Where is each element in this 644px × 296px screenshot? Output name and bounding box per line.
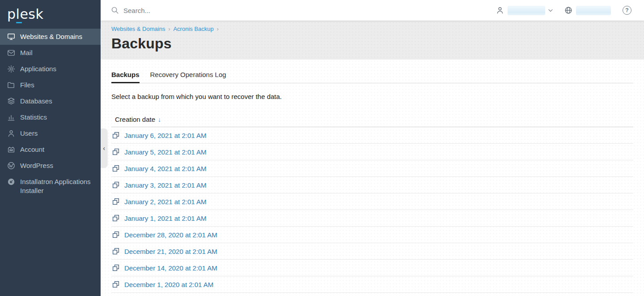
backup-link[interactable]: January 5, 2021 at 2:01 AM (124, 148, 206, 156)
backup-link[interactable]: January 6, 2021 at 2:01 AM (124, 132, 206, 139)
breadcrumb-websites-domains[interactable]: Websites & Domains (111, 26, 165, 32)
search-icon (111, 6, 119, 14)
backup-volume-icon (112, 198, 119, 205)
folder-icon (7, 81, 15, 89)
backup-link[interactable]: January 1, 2021 at 2:01 AM (124, 214, 206, 222)
backup-row: January 4, 2021 at 2:01 AM (111, 160, 633, 177)
backup-row: January 3, 2021 at 2:01 AM (111, 177, 633, 193)
backup-row: December 1, 2020 at 2:01 AM (111, 276, 633, 293)
sidebar-item-label: Installatron Applications Installer (20, 177, 94, 195)
backup-row: December 28, 2020 at 2:01 AM (111, 227, 633, 243)
backup-list: January 6, 2021 at 2:01 AM January 5, 20… (111, 127, 633, 296)
sidebar-collapse-button[interactable]: ‹ (101, 129, 107, 168)
breadcrumb: Websites & Domains › Acronis Backup › (111, 26, 633, 32)
sidebar-item-users[interactable]: Users (0, 125, 101, 142)
page-header: Websites & Domains › Acronis Backup › Ba… (101, 21, 644, 60)
sidebar-nav: Websites & Domains Mail Applications Fil… (0, 29, 101, 199)
backup-volume-icon (112, 132, 119, 139)
backup-link[interactable]: December 21, 2020 at 2:01 AM (124, 248, 217, 255)
backup-volume-icon (112, 181, 119, 189)
backup-row: January 1, 2021 at 2:01 AM (111, 210, 633, 227)
plesk-logo-text: plesk (7, 7, 93, 21)
globe-icon (564, 6, 572, 14)
topbar: ? (101, 0, 644, 21)
breadcrumb-acronis-backup[interactable]: Acronis Backup (173, 26, 213, 32)
sidebar-item-installatron[interactable]: Installatron Applications Installer (0, 174, 101, 199)
user-icon (7, 129, 15, 137)
tab-backups[interactable]: Backups (111, 71, 140, 83)
sort-descending-icon: ↓ (158, 116, 161, 123)
breadcrumb-separator: › (217, 26, 219, 32)
plesk-logo-accent (16, 22, 22, 23)
sidebar-item-mail[interactable]: Mail (0, 45, 101, 61)
breadcrumb-separator: › (168, 26, 170, 32)
sidebar: plesk Websites & Domains Mail Applicatio… (0, 0, 101, 296)
page-title: Backups (111, 35, 633, 52)
sidebar-item-files[interactable]: Files (0, 77, 101, 93)
tabs: Backups Recovery Operations Log (111, 71, 633, 83)
topbar-right: ? (496, 6, 631, 15)
sidebar-item-label: Databases (20, 97, 52, 106)
backup-link[interactable]: January 2, 2021 at 2:01 AM (124, 198, 206, 206)
sidebar-item-label: Mail (20, 48, 33, 57)
backup-link[interactable]: January 4, 2021 at 2:01 AM (124, 165, 206, 172)
help-icon[interactable]: ? (623, 6, 631, 15)
sidebar-item-account[interactable]: Account (0, 142, 101, 158)
gear-icon (7, 65, 15, 73)
global-search (111, 6, 496, 14)
sidebar-item-label: Account (20, 145, 44, 154)
sidebar-item-label: WordPress (20, 161, 53, 170)
sidebar-item-label: Statistics (20, 113, 47, 122)
sidebar-item-websites-domains[interactable]: Websites & Domains (0, 29, 101, 45)
backup-volume-icon (112, 248, 119, 255)
backup-volume-icon (112, 281, 119, 288)
sidebar-item-applications[interactable]: Applications (0, 61, 101, 77)
wordpress-icon (7, 162, 15, 170)
creation-date-label: Creation date (115, 116, 155, 123)
sidebar-item-label: Files (20, 81, 34, 90)
page-description: Select a backup from which you want to r… (111, 93, 633, 100)
backup-row: January 5, 2021 at 2:01 AM (111, 144, 633, 160)
backup-row: January 6, 2021 at 2:01 AM (111, 127, 633, 144)
backup-link[interactable]: December 28, 2020 at 2:01 AM (124, 231, 217, 239)
backup-row: January 2, 2021 at 2:01 AM (111, 193, 633, 210)
backup-volume-icon (112, 165, 119, 172)
sidebar-item-label: Applications (20, 64, 56, 73)
bar-chart-icon (7, 113, 15, 121)
backup-volume-icon (112, 214, 119, 222)
main-content: Backups Recovery Operations Log Select a… (101, 60, 644, 296)
plesk-logo[interactable]: plesk (0, 0, 101, 27)
backup-row: November 24, 2020 at 2:01 AM (111, 293, 633, 296)
backup-volume-icon (112, 264, 119, 271)
sidebar-item-databases[interactable]: Databases (0, 93, 101, 109)
database-icon (7, 97, 15, 105)
sidebar-item-label: Websites & Domains (20, 32, 82, 41)
language-menu-redacted[interactable] (576, 6, 611, 15)
chevron-down-icon[interactable] (548, 9, 553, 12)
installatron-icon (7, 178, 15, 186)
sidebar-item-statistics[interactable]: Statistics (0, 109, 101, 125)
creation-date-sort-header[interactable]: Creation date ↓ (111, 113, 633, 127)
backup-link[interactable]: December 1, 2020 at 2:01 AM (124, 281, 213, 288)
chevron-left-icon: ‹ (103, 145, 105, 152)
monitor-icon (7, 33, 15, 41)
backup-volume-icon (112, 148, 119, 155)
tab-recovery-operations-log[interactable]: Recovery Operations Log (150, 71, 226, 83)
backup-link[interactable]: January 3, 2021 at 2:01 AM (124, 181, 206, 189)
sidebar-item-label: Users (20, 129, 38, 138)
user-menu-redacted[interactable] (508, 6, 545, 15)
search-input[interactable] (123, 7, 240, 14)
user-icon (496, 6, 504, 14)
backup-row: December 14, 2020 at 2:01 AM (111, 260, 633, 276)
mail-icon (7, 49, 15, 57)
backup-link[interactable]: December 14, 2020 at 2:01 AM (124, 264, 217, 272)
backup-row: December 21, 2020 at 2:01 AM (111, 243, 633, 260)
sidebar-item-wordpress[interactable]: WordPress (0, 158, 101, 174)
backup-volume-icon (112, 231, 119, 238)
account-crown-icon (7, 146, 15, 154)
